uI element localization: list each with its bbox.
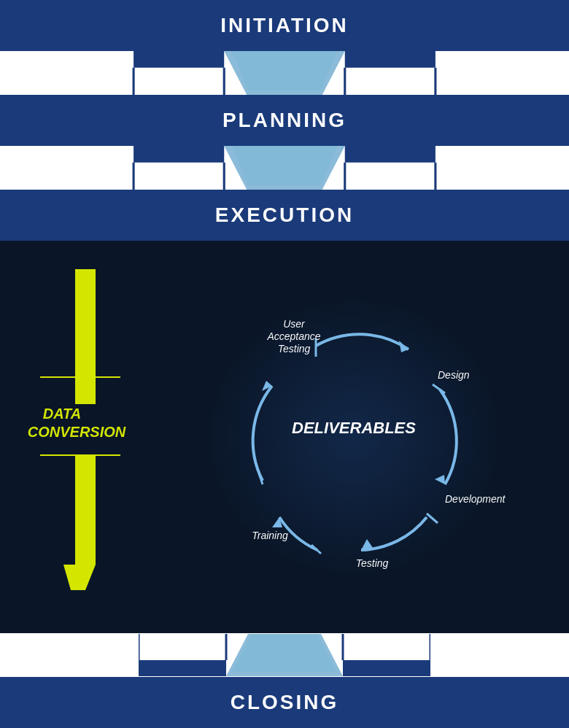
data-conversion-svg: DATA CONVERSION	[18, 269, 142, 590]
svg-rect-43	[343, 660, 430, 676]
page-wrapper: INITIATION PLANNING	[0, 0, 569, 728]
svg-text:CONVERSION: CONVERSION	[28, 424, 126, 440]
vertical-arrow: DATA CONVERSION	[18, 269, 142, 605]
svg-text:Development: Development	[445, 493, 506, 505]
svg-text:Design: Design	[438, 369, 470, 381]
data-conversion-panel: DATA CONVERSION	[7, 269, 153, 605]
svg-text:Acceptance: Acceptance	[266, 330, 320, 342]
svg-text:DELIVERABLES: DELIVERABLES	[292, 419, 416, 437]
svg-rect-0	[133, 51, 224, 68]
svg-text:User: User	[283, 318, 306, 330]
initiation-title: INITIATION	[220, 4, 349, 47]
execution-title: EXECUTION	[215, 193, 354, 237]
svg-rect-8	[133, 146, 224, 163]
svg-marker-15	[232, 146, 338, 185]
cycle-diagram: DELIVERABLES	[186, 276, 522, 597]
execution-banner: EXECUTION	[0, 190, 569, 241]
svg-text:DATA: DATA	[43, 406, 82, 422]
initiation-banner: INITIATION	[0, 0, 569, 51]
planning-banner: PLANNING	[0, 95, 569, 146]
connector-arrow-1	[0, 51, 569, 95]
planning-title: PLANNING	[222, 98, 347, 142]
connector-1	[0, 51, 569, 95]
bottom-connector	[0, 633, 569, 677]
execution-box: DATA CONVERSION	[0, 241, 569, 633]
closing-title: CLOSING	[231, 681, 339, 724]
bottom-connector-arrow	[139, 634, 430, 676]
connector-2	[0, 146, 569, 190]
svg-rect-9	[345, 146, 436, 163]
cycle-panel: DELIVERABLES	[153, 269, 554, 605]
svg-rect-1	[345, 51, 436, 68]
svg-marker-7	[232, 51, 338, 90]
closing-banner: CLOSING	[0, 677, 569, 728]
svg-rect-21	[75, 455, 96, 565]
svg-marker-22	[63, 565, 96, 590]
svg-text:Testing: Testing	[278, 343, 311, 355]
svg-rect-42	[139, 660, 226, 676]
svg-rect-16	[75, 269, 96, 404]
svg-text:Training: Training	[252, 530, 288, 541]
connector-arrow-2	[0, 146, 569, 190]
svg-text:Testing: Testing	[356, 557, 389, 569]
